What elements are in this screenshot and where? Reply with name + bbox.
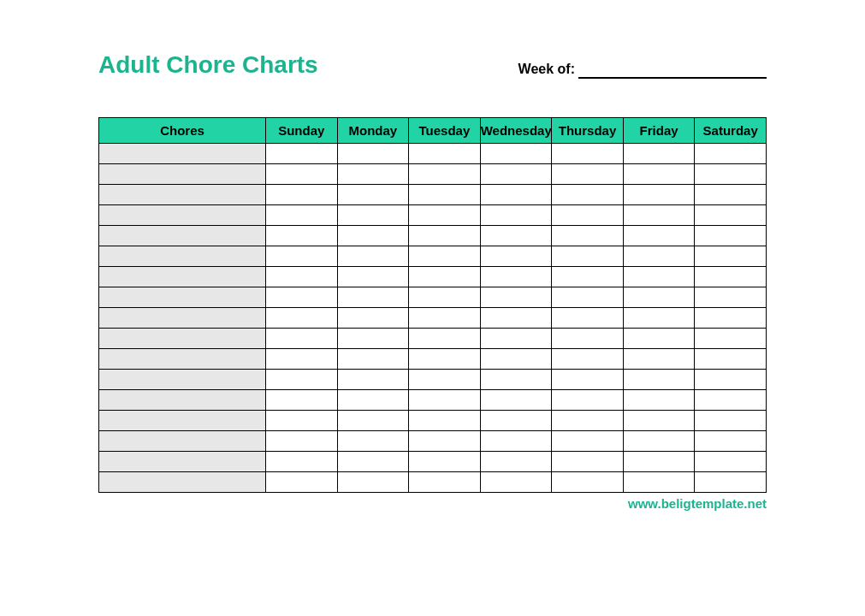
day-cell[interactable] [409,452,481,472]
day-cell[interactable] [695,349,767,370]
day-cell[interactable] [552,267,624,287]
day-cell[interactable] [623,431,695,452]
day-cell[interactable] [266,308,338,329]
chore-cell[interactable] [99,452,266,472]
day-cell[interactable] [623,390,695,411]
day-cell[interactable] [552,329,624,349]
day-cell[interactable] [409,246,481,267]
day-cell[interactable] [480,185,552,205]
day-cell[interactable] [695,164,767,185]
day-cell[interactable] [337,164,409,185]
day-cell[interactable] [409,308,481,329]
day-cell[interactable] [695,205,767,226]
day-cell[interactable] [480,205,552,226]
day-cell[interactable] [337,246,409,267]
chore-cell[interactable] [99,308,266,329]
day-cell[interactable] [623,452,695,472]
day-cell[interactable] [695,226,767,246]
day-cell[interactable] [695,411,767,431]
day-cell[interactable] [337,144,409,164]
footer-link[interactable]: www.beligtemplate.net [98,496,767,511]
day-cell[interactable] [695,431,767,452]
day-cell[interactable] [552,411,624,431]
day-cell[interactable] [552,452,624,472]
day-cell[interactable] [552,226,624,246]
day-cell[interactable] [552,308,624,329]
chore-cell[interactable] [99,185,266,205]
chore-cell[interactable] [99,164,266,185]
day-cell[interactable] [695,267,767,287]
day-cell[interactable] [552,164,624,185]
day-cell[interactable] [695,185,767,205]
day-cell[interactable] [266,205,338,226]
day-cell[interactable] [480,390,552,411]
day-cell[interactable] [623,205,695,226]
day-cell[interactable] [409,164,481,185]
day-cell[interactable] [695,370,767,390]
chore-cell[interactable] [99,472,266,493]
day-cell[interactable] [266,144,338,164]
day-cell[interactable] [409,144,481,164]
day-cell[interactable] [337,329,409,349]
chore-cell[interactable] [99,370,266,390]
day-cell[interactable] [552,349,624,370]
day-cell[interactable] [623,185,695,205]
day-cell[interactable] [337,390,409,411]
day-cell[interactable] [409,431,481,452]
day-cell[interactable] [266,349,338,370]
day-cell[interactable] [695,287,767,308]
day-cell[interactable] [337,308,409,329]
day-cell[interactable] [623,370,695,390]
day-cell[interactable] [623,472,695,493]
day-cell[interactable] [623,411,695,431]
day-cell[interactable] [266,370,338,390]
day-cell[interactable] [266,472,338,493]
chore-cell[interactable] [99,431,266,452]
day-cell[interactable] [266,390,338,411]
day-cell[interactable] [623,287,695,308]
day-cell[interactable] [337,411,409,431]
day-cell[interactable] [409,472,481,493]
chore-cell[interactable] [99,205,266,226]
day-cell[interactable] [695,308,767,329]
day-cell[interactable] [480,349,552,370]
day-cell[interactable] [480,472,552,493]
day-cell[interactable] [623,164,695,185]
day-cell[interactable] [337,370,409,390]
chore-cell[interactable] [99,329,266,349]
chore-cell[interactable] [99,287,266,308]
day-cell[interactable] [623,267,695,287]
day-cell[interactable] [337,287,409,308]
chore-cell[interactable] [99,144,266,164]
day-cell[interactable] [480,370,552,390]
chore-cell[interactable] [99,226,266,246]
day-cell[interactable] [623,246,695,267]
day-cell[interactable] [409,370,481,390]
day-cell[interactable] [480,287,552,308]
day-cell[interactable] [409,226,481,246]
day-cell[interactable] [480,431,552,452]
day-cell[interactable] [409,411,481,431]
day-cell[interactable] [337,452,409,472]
chore-cell[interactable] [99,246,266,267]
day-cell[interactable] [409,349,481,370]
chore-cell[interactable] [99,411,266,431]
day-cell[interactable] [480,164,552,185]
day-cell[interactable] [623,144,695,164]
day-cell[interactable] [409,205,481,226]
day-cell[interactable] [337,205,409,226]
day-cell[interactable] [695,472,767,493]
day-cell[interactable] [552,246,624,267]
day-cell[interactable] [266,267,338,287]
day-cell[interactable] [623,349,695,370]
day-cell[interactable] [695,144,767,164]
day-cell[interactable] [552,390,624,411]
day-cell[interactable] [480,267,552,287]
day-cell[interactable] [480,411,552,431]
day-cell[interactable] [337,472,409,493]
day-cell[interactable] [695,452,767,472]
day-cell[interactable] [623,329,695,349]
day-cell[interactable] [266,452,338,472]
chore-cell[interactable] [99,267,266,287]
day-cell[interactable] [266,431,338,452]
